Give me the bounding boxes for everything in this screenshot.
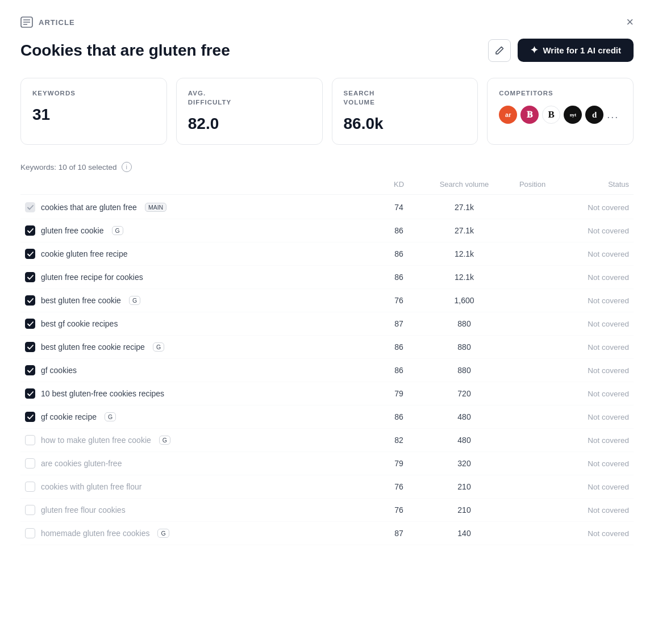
search-volume-value: 480 bbox=[424, 412, 504, 421]
table-row[interactable]: gf cookie recipeG 86 480 Not covered bbox=[20, 405, 634, 429]
kd-value: 86 bbox=[373, 342, 424, 352]
th-position: Position bbox=[504, 180, 561, 189]
stats-grid: KEYWORDS 31 AVG.DIFFICULTY 82.0 SEARCHVO… bbox=[20, 78, 634, 145]
table-row[interactable]: gluten free cookieG 86 27.1k Not covered bbox=[20, 219, 634, 242]
keyword-badge: G bbox=[129, 296, 140, 305]
competitor-icon-b2: 𝐁 bbox=[520, 106, 539, 124]
write-button[interactable]: ✦ Write for 1 AI credit bbox=[518, 39, 634, 62]
article-icon bbox=[20, 16, 33, 28]
status-value: Not covered bbox=[561, 436, 629, 445]
keyword-checkbox[interactable] bbox=[25, 435, 35, 445]
stat-card-difficulty: AVG.DIFFICULTY 82.0 bbox=[176, 78, 323, 145]
keyword-checkbox[interactable] bbox=[25, 528, 35, 538]
status-value: Not covered bbox=[561, 296, 629, 305]
keyword-cell: best gluten free cookieG bbox=[25, 295, 373, 306]
keyword-text: cookies that are gluten free bbox=[41, 203, 137, 212]
status-value: Not covered bbox=[561, 459, 629, 468]
table-header: KD Search volume Position Status bbox=[20, 180, 634, 195]
table-row[interactable]: how to make gluten free cookieG 82 480 N… bbox=[20, 429, 634, 452]
search-volume-value: 210 bbox=[424, 482, 504, 491]
kd-value: 76 bbox=[373, 296, 424, 305]
table-row[interactable]: cookies with gluten free flour 76 210 No… bbox=[20, 475, 634, 499]
keyword-text: best gf cookie recipes bbox=[41, 319, 118, 328]
table-row[interactable]: 10 best gluten-free cookies recipes 79 7… bbox=[20, 382, 634, 405]
keyword-checkbox[interactable] bbox=[25, 202, 35, 212]
keyword-checkbox[interactable] bbox=[25, 225, 35, 236]
keyword-badge: G bbox=[153, 342, 164, 352]
search-volume-value: 480 bbox=[424, 436, 504, 445]
keyword-cell: are cookies gluten-free bbox=[25, 458, 373, 469]
search-volume-value: 12.1k bbox=[424, 273, 504, 282]
th-keyword bbox=[25, 180, 373, 189]
keyword-badge: MAIN bbox=[145, 203, 166, 212]
kd-value: 79 bbox=[373, 459, 424, 468]
edit-icon bbox=[495, 45, 505, 55]
keyword-checkbox[interactable] bbox=[25, 272, 35, 282]
ai-sparkle-icon: ✦ bbox=[530, 44, 538, 56]
status-value: Not covered bbox=[561, 320, 629, 328]
keyword-text: gluten free recipe for cookies bbox=[41, 273, 143, 282]
stat-card-competitors: COMPETITORS ar 𝐁 B nyt d ... bbox=[487, 78, 634, 145]
close-button[interactable]: × bbox=[626, 16, 634, 28]
competitor-icon-d: d bbox=[585, 106, 603, 124]
keyword-text: best gluten free cookie recipe bbox=[41, 342, 145, 352]
keyword-text: gluten free cookie bbox=[41, 226, 104, 235]
table-row[interactable]: gluten free recipe for cookies 86 12.1k … bbox=[20, 266, 634, 289]
keyword-text: gf cookie recipe bbox=[41, 412, 97, 421]
keyword-text: gf cookies bbox=[41, 366, 77, 375]
keyword-text: 10 best gluten-free cookies recipes bbox=[41, 389, 164, 398]
keyword-text: are cookies gluten-free bbox=[41, 459, 122, 468]
keyword-checkbox[interactable] bbox=[25, 412, 35, 422]
keyword-badge: G bbox=[159, 436, 170, 445]
search-volume-value: 1,600 bbox=[424, 296, 504, 305]
title-row: Cookies that are gluten free ✦ Write for… bbox=[20, 39, 634, 62]
table-row[interactable]: best gluten free cookieG 76 1,600 Not co… bbox=[20, 289, 634, 312]
table-row[interactable]: gf cookies 86 880 Not covered bbox=[20, 359, 634, 382]
kd-value: 86 bbox=[373, 226, 424, 235]
th-status: Status bbox=[561, 180, 629, 189]
status-value: Not covered bbox=[561, 390, 629, 398]
status-value: Not covered bbox=[561, 529, 629, 538]
keyword-checkbox[interactable] bbox=[25, 505, 35, 515]
keyword-cell: best gf cookie recipes bbox=[25, 319, 373, 329]
keywords-header: Keywords: 10 of 10 selected i bbox=[20, 162, 634, 172]
table-row[interactable]: gluten free flour cookies 76 210 Not cov… bbox=[20, 499, 634, 522]
search-volume-value: 320 bbox=[424, 459, 504, 468]
kd-value: 76 bbox=[373, 505, 424, 515]
edit-button[interactable] bbox=[488, 39, 511, 62]
keyword-checkbox[interactable] bbox=[25, 295, 35, 306]
stat-value-volume: 86.0k bbox=[344, 115, 466, 133]
keyword-checkbox[interactable] bbox=[25, 365, 35, 375]
stat-value-difficulty: 82.0 bbox=[188, 115, 311, 133]
status-value: Not covered bbox=[561, 366, 629, 375]
status-value: Not covered bbox=[561, 413, 629, 421]
keyword-cell: gf cookie recipeG bbox=[25, 412, 373, 422]
keyword-checkbox[interactable] bbox=[25, 388, 35, 399]
keyword-checkbox[interactable] bbox=[25, 249, 35, 259]
keyword-checkbox[interactable] bbox=[25, 319, 35, 329]
search-volume-value: 140 bbox=[424, 529, 504, 538]
keyword-text: how to make gluten free cookie bbox=[41, 436, 151, 445]
keywords-count: Keywords: 10 of 10 selected bbox=[20, 163, 117, 172]
table-row[interactable]: cookie gluten free recipe 86 12.1k Not c… bbox=[20, 242, 634, 266]
status-value: Not covered bbox=[561, 506, 629, 515]
keyword-text: cookie gluten free recipe bbox=[41, 249, 128, 258]
kd-value: 86 bbox=[373, 366, 424, 375]
stat-label-competitors: COMPETITORS bbox=[499, 89, 622, 98]
table-row[interactable]: best gf cookie recipes 87 880 Not covere… bbox=[20, 312, 634, 336]
article-label: ARTICLE bbox=[20, 16, 75, 28]
keyword-checkbox[interactable] bbox=[25, 458, 35, 469]
table-row[interactable]: best gluten free cookie recipeG 86 880 N… bbox=[20, 336, 634, 359]
search-volume-value: 27.1k bbox=[424, 226, 504, 235]
keyword-checkbox[interactable] bbox=[25, 482, 35, 492]
search-volume-value: 27.1k bbox=[424, 203, 504, 212]
table-row[interactable]: are cookies gluten-free 79 320 Not cover… bbox=[20, 452, 634, 475]
table-row[interactable]: homemade gluten free cookiesG 87 140 Not… bbox=[20, 522, 634, 545]
search-volume-value: 720 bbox=[424, 389, 504, 398]
keyword-cell: gf cookies bbox=[25, 365, 373, 375]
info-icon[interactable]: i bbox=[122, 162, 132, 172]
keyword-cell: gluten free recipe for cookies bbox=[25, 272, 373, 282]
keyword-checkbox[interactable] bbox=[25, 342, 35, 352]
table-row[interactable]: cookies that are gluten freeMAIN 74 27.1… bbox=[20, 196, 634, 219]
th-kd: KD bbox=[373, 180, 424, 189]
